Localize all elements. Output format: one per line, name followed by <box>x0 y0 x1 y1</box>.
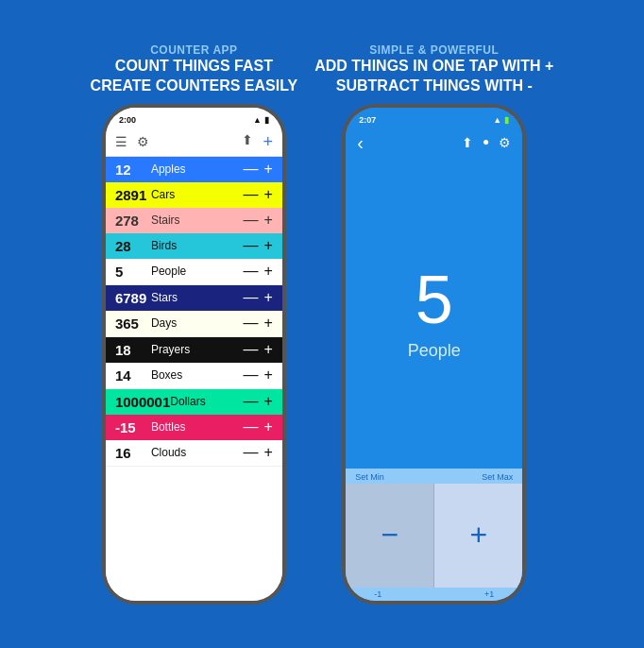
battery-icon-right: ▮ <box>504 115 509 125</box>
counter-controls: —+ <box>244 367 273 383</box>
counter-controls: —+ <box>244 342 273 357</box>
toolbar-right-left: ⬆ + <box>242 132 273 152</box>
counter-number: 2891 <box>115 187 151 203</box>
counter-number: 28 <box>115 238 151 254</box>
wifi-icon-right: ▲ <box>493 115 501 125</box>
counter-number: 278 <box>115 213 151 229</box>
decrement-button[interactable]: — <box>244 445 259 460</box>
counter-list: 12Apples—+2891Cars—+278Stairs—+28Birds—+… <box>106 157 282 601</box>
counter-number: 14 <box>115 367 151 384</box>
right-header: SIMPLE & POWERFUL ADD THINGS IN ONE TAP … <box>314 43 553 96</box>
increment-button[interactable]: + <box>264 162 273 177</box>
right-subtitle: SIMPLE & POWERFUL <box>314 43 553 57</box>
counter-label: Bottles <box>151 420 244 434</box>
battery-icon: ▮ <box>264 115 269 125</box>
counter-row: 278Stairs—+ <box>106 208 282 233</box>
increment-button[interactable]: + <box>264 394 273 409</box>
decrement-button[interactable]: — <box>244 394 259 409</box>
share-icon-right[interactable]: ⬆ <box>462 135 473 150</box>
minus-button[interactable]: − <box>346 484 434 588</box>
set-min-label: Set Min <box>355 472 384 482</box>
share-icon-left[interactable]: ⬆ <box>242 132 253 152</box>
increment-button[interactable]: + <box>264 238 273 253</box>
plus-one-label: +1 <box>484 589 494 599</box>
big-counter-label: People <box>408 341 461 361</box>
wifi-icon: ▲ <box>253 115 262 125</box>
increment-button[interactable]: + <box>264 445 273 460</box>
gear-icon-left[interactable]: ⚙ <box>137 134 149 149</box>
counter-row: 2891Cars—+ <box>106 182 282 208</box>
counter-label: Stairs <box>151 213 244 227</box>
bottom-sub-labels: -1 +1 <box>346 588 522 601</box>
counter-row: 365Days—+ <box>106 311 282 337</box>
increment-button[interactable]: + <box>264 187 273 202</box>
increment-button[interactable]: + <box>264 290 273 305</box>
increment-button[interactable]: + <box>264 213 273 228</box>
counter-controls: —+ <box>244 315 273 331</box>
back-icon[interactable]: ‹ <box>357 132 364 154</box>
right-phone: 2:07 ▲ ▮ ‹ ⬆ ● ⚙ 5 People Set Min Set Ma… <box>342 104 526 605</box>
set-max-label: Set Max <box>482 472 513 482</box>
increment-button[interactable]: + <box>264 315 273 331</box>
counter-label: Apples <box>151 162 244 176</box>
left-phone: 2:00 ▲ ▮ ☰ ⚙ ⬆ + 12Apples—+2891Cars—+278… <box>102 104 286 605</box>
counter-label: Cars <box>151 188 244 201</box>
counter-row: 1000001Dollars—+ <box>106 389 282 415</box>
decrement-button[interactable]: — <box>244 162 259 177</box>
left-title: COUNT THINGS FAST CREATE COUNTERS EASILY <box>91 57 298 96</box>
counter-label: Clouds <box>151 446 244 459</box>
menu-icon[interactable]: ☰ <box>115 134 127 149</box>
counter-controls: —+ <box>244 187 273 202</box>
decrement-button[interactable]: — <box>244 367 259 383</box>
counter-row: 18Prayers—+ <box>106 337 282 363</box>
counter-row: 6789Stars—+ <box>106 285 282 311</box>
counter-number: 6789 <box>115 290 151 306</box>
decrement-button[interactable]: — <box>244 419 259 435</box>
status-time-left: 2:00 <box>119 115 136 125</box>
counter-label: Dollars <box>170 395 243 408</box>
big-counter-number: 5 <box>415 265 453 333</box>
status-icons-left: ▲ ▮ <box>253 115 269 125</box>
counter-label: Birds <box>151 239 244 252</box>
counter-row: -15Bottles—+ <box>106 415 282 440</box>
counter-number: 16 <box>115 445 151 461</box>
status-bar-right: 2:07 ▲ ▮ <box>346 108 522 128</box>
decrement-button[interactable]: — <box>244 238 259 253</box>
counter-number: 18 <box>115 342 151 358</box>
counter-number: 365 <box>115 315 151 332</box>
decrement-button[interactable]: — <box>244 315 259 331</box>
decrement-button[interactable]: — <box>244 213 259 228</box>
status-time-right: 2:07 <box>359 115 376 125</box>
status-bar-left: 2:00 ▲ ▮ <box>106 108 282 128</box>
counter-controls: —+ <box>244 264 273 279</box>
counter-label: Days <box>151 316 244 330</box>
toolbar-right-right: ⬆ ● ⚙ <box>462 135 511 150</box>
decrement-button[interactable]: — <box>244 290 259 305</box>
increment-button[interactable]: + <box>264 342 273 357</box>
right-toolbar: ‹ ⬆ ● ⚙ <box>346 128 522 158</box>
plus-button[interactable]: + <box>434 484 522 588</box>
gear-icon-right[interactable]: ⚙ <box>499 135 511 150</box>
counter-display: 5 People <box>346 158 522 469</box>
increment-button[interactable]: + <box>264 264 273 279</box>
decrement-button[interactable]: — <box>244 342 259 357</box>
counter-controls: —+ <box>244 238 273 253</box>
left-header: COUNTER APP COUNT THINGS FAST CREATE COU… <box>91 43 298 96</box>
counter-number: 12 <box>115 162 151 178</box>
add-icon-left[interactable]: + <box>263 132 273 152</box>
counter-number: 1000001 <box>115 394 170 410</box>
palette-icon[interactable]: ● <box>483 135 489 150</box>
bottom-labels: Set Min Set Max <box>346 469 522 484</box>
counter-number: 5 <box>115 264 151 280</box>
increment-button[interactable]: + <box>264 367 273 383</box>
counter-controls: —+ <box>244 162 273 177</box>
counter-controls: —+ <box>244 290 273 305</box>
counter-row: 14Boxes—+ <box>106 363 282 389</box>
decrement-button[interactable]: — <box>244 264 259 279</box>
toolbar-left-icons: ☰ ⚙ <box>115 134 149 149</box>
bottom-buttons: − + <box>346 484 522 588</box>
counter-row: 12Apples—+ <box>106 157 282 182</box>
decrement-button[interactable]: — <box>244 187 259 202</box>
increment-button[interactable]: + <box>264 419 273 435</box>
right-panel: SIMPLE & POWERFUL ADD THINGS IN ONE TAP … <box>314 43 553 605</box>
